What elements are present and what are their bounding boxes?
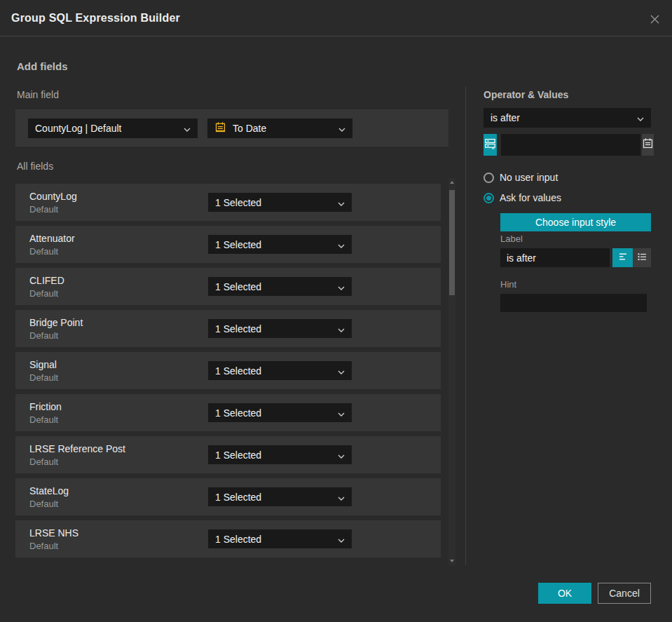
radio-selected-icon <box>484 193 494 203</box>
scrollbar-thumb[interactable] <box>449 190 455 295</box>
radio-ask-for-values[interactable]: Ask for values <box>484 192 561 203</box>
main-field-panel: CountyLog | Default To Date <box>15 109 448 147</box>
list-icon <box>636 251 647 265</box>
field-selected-value: 1 Selected <box>215 365 261 377</box>
field-row: Attenuator Default 1 Selected <box>15 226 441 263</box>
radio-circle-icon <box>484 173 494 183</box>
chevron-down-icon <box>338 492 345 503</box>
field-selected-value: 1 Selected <box>215 492 261 503</box>
field-row: Friction Default 1 Selected <box>15 394 441 431</box>
field-selected-value: 1 Selected <box>215 407 261 419</box>
field-selected-value: 1 Selected <box>215 323 261 334</box>
date-field-dropdown-value: To Date <box>233 123 266 134</box>
add-fields-heading: Add fields <box>17 60 68 72</box>
label-field-label: Label <box>500 234 523 244</box>
panel-divider <box>465 86 466 565</box>
ok-button[interactable]: OK <box>538 583 591 604</box>
field-row: Signal Default 1 Selected <box>15 352 441 389</box>
chevron-down-icon <box>338 323 345 334</box>
hint-input[interactable] <box>500 294 647 312</box>
operator-dropdown[interactable]: is after <box>484 108 651 128</box>
main-field-dropdown[interactable]: CountyLog | Default <box>28 119 198 138</box>
date-field-dropdown[interactable]: To Date <box>207 119 352 138</box>
field-row: Bridge Point Default 1 Selected <box>15 310 441 347</box>
field-selected-dropdown[interactable]: 1 Selected <box>208 403 352 422</box>
calendar-picker-button[interactable] <box>642 134 654 156</box>
operator-values-heading: Operator & Values <box>484 89 568 100</box>
list-input-style-button[interactable] <box>633 248 651 267</box>
field-selected-value: 1 Selected <box>215 534 261 545</box>
radio-no-user-input[interactable]: No user input <box>484 172 558 183</box>
cancel-button[interactable]: Cancel <box>598 583 651 604</box>
field-selected-value: 1 Selected <box>215 281 261 292</box>
field-selected-dropdown[interactable]: 1 Selected <box>208 193 352 212</box>
calendar-icon <box>642 137 654 152</box>
chevron-down-icon <box>338 534 345 545</box>
chevron-down-icon <box>338 123 345 134</box>
field-selected-dropdown[interactable]: 1 Selected <box>208 529 352 548</box>
field-selected-dropdown[interactable]: 1 Selected <box>208 235 352 254</box>
chevron-down-icon <box>338 365 345 377</box>
field-selected-value: 1 Selected <box>215 449 261 461</box>
operator-dropdown-value: is after <box>491 112 520 123</box>
chevron-down-icon <box>184 123 191 134</box>
field-selected-value: 1 Selected <box>215 197 261 208</box>
field-row: CountyLog Default 1 Selected <box>15 184 441 221</box>
scrollbar-down-arrow-icon[interactable] <box>450 560 454 562</box>
close-icon[interactable] <box>645 10 664 28</box>
field-row: LRSE Reference Post Default 1 Selected <box>15 436 441 473</box>
radio-ask-for-values-label: Ask for values <box>500 192 561 203</box>
calendar-icon <box>214 121 226 135</box>
field-row: CLIFED Default 1 Selected <box>15 268 441 305</box>
chevron-down-icon <box>637 112 644 123</box>
field-selected-dropdown[interactable]: 1 Selected <box>208 361 352 380</box>
field-selected-dropdown[interactable]: 1 Selected <box>208 319 352 338</box>
date-value-input[interactable] <box>501 134 640 156</box>
radio-no-user-input-label: No user input <box>500 172 558 183</box>
all-fields-list: CountyLog Default 1 Selected Attenuator … <box>15 184 441 557</box>
input-type-button[interactable] <box>484 134 497 156</box>
field-row: StateLog Default 1 Selected <box>15 478 441 515</box>
stacked-input-icon <box>484 137 497 153</box>
choose-input-style-button[interactable]: Choose input style <box>500 213 651 231</box>
label-style-toggle <box>612 248 651 267</box>
field-selected-dropdown[interactable]: 1 Selected <box>208 445 352 464</box>
chevron-down-icon <box>338 449 345 461</box>
chevron-down-icon <box>338 197 345 208</box>
field-row: LRSE NHS Default 1 Selected <box>15 520 441 557</box>
main-field-dropdown-value: CountyLog | Default <box>35 123 122 134</box>
text-input-style-button[interactable] <box>612 248 633 267</box>
label-input[interactable] <box>500 248 610 267</box>
dialog-title: Group SQL Expression Builder <box>11 12 180 25</box>
field-selected-dropdown[interactable]: 1 Selected <box>208 277 352 296</box>
dialog-title-bar: Group SQL Expression Builder <box>0 0 672 36</box>
hint-field-label: Hint <box>500 279 516 290</box>
value-input-row <box>484 134 651 156</box>
main-field-label: Main field <box>17 89 59 100</box>
all-fields-label: All fields <box>17 161 53 172</box>
chevron-down-icon <box>338 281 345 292</box>
field-selected-value: 1 Selected <box>215 239 261 250</box>
field-selected-dropdown[interactable]: 1 Selected <box>208 487 352 506</box>
fields-list-scrollbar[interactable] <box>448 178 455 565</box>
scrollbar-up-arrow-icon[interactable] <box>450 181 454 184</box>
group-sql-expression-builder-dialog: Group SQL Expression Builder Add fields … <box>0 0 672 622</box>
chevron-down-icon <box>338 407 345 419</box>
align-left-icon <box>617 251 629 265</box>
chevron-down-icon <box>338 239 345 250</box>
